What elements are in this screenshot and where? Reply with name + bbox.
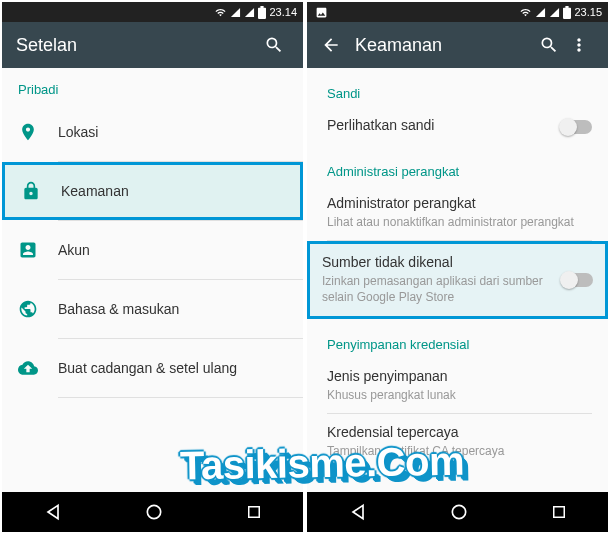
signal-icon [244, 7, 255, 18]
item-device-admin[interactable]: Administrator perangkat Lihat atau nonak… [307, 185, 608, 240]
account-icon [14, 240, 58, 260]
back-icon[interactable] [321, 35, 355, 55]
item-label: Buat cadangan & setel ulang [58, 360, 291, 376]
clock: 23.14 [269, 6, 297, 18]
divider [58, 397, 303, 398]
watermark: Tasikisme.Com [180, 439, 465, 489]
home-button[interactable] [144, 502, 164, 522]
svg-point-2 [452, 505, 465, 518]
settings-item-language[interactable]: Bahasa & masukan [2, 280, 303, 338]
clock: 23.15 [574, 6, 602, 18]
item-title: Jenis penyimpanan [327, 368, 592, 384]
item-show-password[interactable]: Perlihatkan sandi [307, 107, 608, 146]
lock-icon [17, 181, 61, 201]
app-bar: Setelan [2, 22, 303, 68]
more-icon[interactable] [564, 35, 594, 55]
item-label: Keamanan [61, 183, 288, 199]
item-label: Bahasa & masukan [58, 301, 291, 317]
settings-item-backup[interactable]: Buat cadangan & setel ulang [2, 339, 303, 397]
backup-icon [14, 358, 58, 378]
svg-rect-1 [248, 507, 259, 518]
home-button[interactable] [449, 502, 469, 522]
item-subtitle: Izinkan pemasangan aplikasi dari sumber … [322, 273, 553, 305]
status-bar: 23.14 [2, 2, 303, 22]
globe-icon [14, 299, 58, 319]
search-icon[interactable] [534, 35, 564, 55]
page-title: Setelan [16, 35, 259, 56]
status-bar: 23.15 [307, 2, 608, 22]
item-title: Kredensial tepercaya [327, 424, 592, 440]
item-subtitle: Lihat atau nonaktifkan administrator per… [327, 214, 592, 230]
toggle-switch[interactable] [560, 120, 592, 134]
signal-icon [230, 7, 241, 18]
item-label: Akun [58, 242, 291, 258]
wifi-icon [214, 7, 227, 18]
item-storage-type[interactable]: Jenis penyimpanan Khusus perangkat lunak [307, 358, 608, 413]
item-subtitle: Khusus perangkat lunak [327, 387, 592, 403]
item-label: Lokasi [58, 124, 291, 140]
security-list: Sandi Perlihatkan sandi Administrasi per… [307, 68, 608, 492]
section-header-personal: Pribadi [2, 68, 303, 103]
battery-icon [563, 6, 571, 19]
nav-bar [2, 492, 303, 532]
toggle-switch[interactable] [561, 273, 593, 287]
settings-item-security[interactable]: Keamanan [2, 162, 303, 220]
item-title: Administrator perangkat [327, 195, 592, 211]
search-icon[interactable] [259, 35, 289, 55]
settings-item-accounts[interactable]: Akun [2, 221, 303, 279]
section-header-password: Sandi [307, 68, 608, 107]
item-title: Perlihatkan sandi [327, 117, 552, 133]
svg-rect-3 [553, 507, 564, 518]
svg-point-0 [147, 505, 160, 518]
nav-bar [307, 492, 608, 532]
back-button[interactable] [348, 502, 368, 522]
item-title: Sumber tidak dikenal [322, 254, 553, 270]
recent-button[interactable] [550, 503, 568, 521]
signal-icon [549, 7, 560, 18]
image-icon [315, 6, 328, 19]
wifi-icon [519, 7, 532, 18]
recent-button[interactable] [245, 503, 263, 521]
location-icon [14, 122, 58, 142]
settings-item-location[interactable]: Lokasi [2, 103, 303, 161]
back-button[interactable] [43, 502, 63, 522]
battery-icon [258, 6, 266, 19]
app-bar: Keamanan [307, 22, 608, 68]
section-header-cred: Penyimpanan kredensial [307, 319, 608, 358]
signal-icon [535, 7, 546, 18]
section-header-admin: Administrasi perangkat [307, 146, 608, 185]
item-unknown-sources[interactable]: Sumber tidak dikenal Izinkan pemasangan … [307, 241, 608, 318]
page-title: Keamanan [355, 35, 534, 56]
settings-list: Pribadi Lokasi Keamanan Akun Bahasa & ma… [2, 68, 303, 492]
